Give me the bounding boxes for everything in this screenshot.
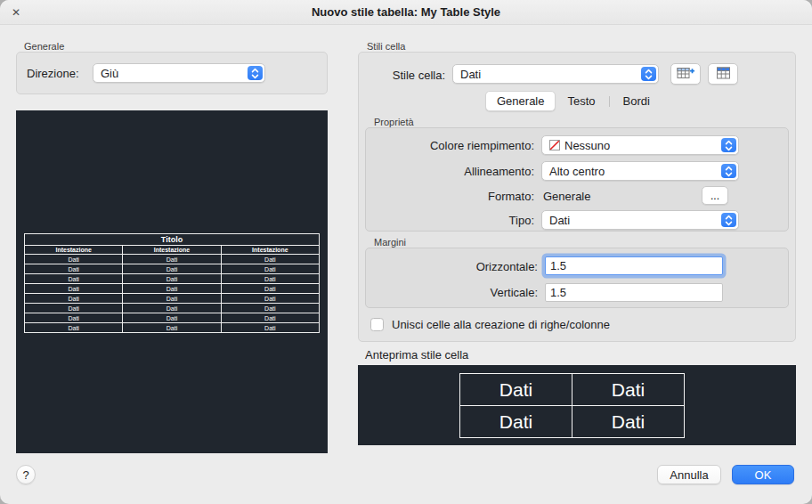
help-button[interactable]: ? <box>16 465 36 484</box>
preview-data-cell: Dati <box>221 323 319 333</box>
preview-data-cell: Dati <box>123 264 221 274</box>
table-style-preview-table: Titolo Intestazione Intestazione Intesta… <box>24 233 320 333</box>
cell-style-label: Stile cella: <box>358 69 445 82</box>
none-color-swatch-icon <box>549 140 560 150</box>
cell-style-value: Dati <box>460 68 481 81</box>
preview-data-cell: Dati <box>123 284 221 294</box>
preview-data-cell: Dati <box>221 284 319 294</box>
preview-data-cell: Dati <box>25 284 123 294</box>
chevron-up-down-icon <box>721 138 736 152</box>
tab-divider <box>609 96 610 107</box>
direction-value: Giù <box>101 67 118 80</box>
alignment-select[interactable]: Alto centro <box>541 161 739 181</box>
fill-color-label: Colore riempimento: <box>365 139 534 152</box>
preview-data-cell: Dati <box>25 304 123 313</box>
margins-group-label: Margini <box>374 237 406 248</box>
cell-styles-group-label: Stili cella <box>367 41 405 52</box>
preview-data-cell: Dati <box>25 313 123 323</box>
vertical-input[interactable] <box>545 283 723 302</box>
cell-style-preview-table: Dati Dati Dati Dati <box>459 373 685 438</box>
table-grid-icon <box>714 66 733 83</box>
type-label: Tipo: <box>365 214 534 227</box>
preview-data-cell: Dati <box>221 274 319 284</box>
preview-data-cell: Dati <box>25 294 123 304</box>
preview-data-cell: Dati <box>123 274 221 284</box>
merge-cells-checkbox[interactable] <box>370 318 384 331</box>
horizontal-label: Orizzontale: <box>365 260 538 273</box>
format-label: Formato: <box>365 190 534 203</box>
cell-style-select[interactable]: Dati <box>452 64 659 84</box>
preview-data-cell: Dati <box>221 255 319 264</box>
table-style-preview: Titolo Intestazione Intestazione Intesta… <box>16 110 328 453</box>
preview-data-cell: Dati <box>221 304 319 313</box>
type-select[interactable]: Dati <box>541 210 739 230</box>
preview-data-cell: Dati <box>123 323 221 333</box>
table-style-dialog: ✕ Nuovo stile tabella: My Table Style Ge… <box>0 0 812 504</box>
cell-style-preview: Dati Dati Dati Dati <box>358 365 796 445</box>
preview-header-cell: Intestazione <box>25 246 123 255</box>
tab-bordi[interactable]: Bordi <box>612 91 662 111</box>
fill-color-value: Nessuno <box>564 139 610 152</box>
preview-data-cell: Dati <box>221 294 319 304</box>
preview-data-cell: Dati <box>123 313 221 323</box>
window-title: Nuovo stile tabella: My Table Style <box>312 5 500 19</box>
cell-style-tabs: Generale Testo Bordi <box>485 91 662 111</box>
alignment-value: Alto centro <box>549 165 605 178</box>
vertical-label: Verticale: <box>365 286 538 299</box>
fill-color-select[interactable]: Nessuno <box>541 135 739 155</box>
direction-select[interactable]: Giù <box>93 63 265 83</box>
preview-data-cell: Dati <box>123 255 221 264</box>
type-value: Dati <box>549 214 570 227</box>
manage-cell-styles-button[interactable] <box>708 63 738 85</box>
format-value: Generale <box>543 190 590 203</box>
chevron-up-down-icon <box>248 66 263 80</box>
preview-cell: Dati <box>572 406 685 438</box>
tab-generale[interactable]: Generale <box>485 91 556 111</box>
alignment-label: Allineamento: <box>365 165 534 178</box>
format-more-button[interactable]: ... <box>702 186 728 205</box>
preview-data-cell: Dati <box>221 313 319 323</box>
table-plus-icon <box>677 66 695 83</box>
preview-cell: Dati <box>460 406 572 438</box>
cancel-button[interactable]: Annulla <box>657 465 721 484</box>
preview-header-cell: Intestazione <box>221 246 319 255</box>
new-cell-style-button[interactable] <box>670 63 701 85</box>
preview-title-cell: Titolo <box>25 234 320 246</box>
preview-data-cell: Dati <box>123 304 221 313</box>
close-button[interactable]: ✕ <box>9 5 23 20</box>
ok-button[interactable]: OK <box>732 465 794 484</box>
chevron-up-down-icon <box>721 213 736 227</box>
cell-preview-label: Anteprima stile cella <box>365 348 468 362</box>
properties-group-label: Proprietà <box>374 117 414 127</box>
preview-cell: Dati <box>460 374 572 406</box>
preview-header-cell: Intestazione <box>123 246 221 255</box>
close-icon: ✕ <box>12 6 20 19</box>
horizontal-input[interactable] <box>545 256 723 275</box>
preview-data-cell: Dati <box>25 255 123 264</box>
chevron-up-down-icon <box>721 164 736 178</box>
preview-data-cell: Dati <box>25 274 123 284</box>
preview-cell: Dati <box>572 374 685 406</box>
tab-testo[interactable]: Testo <box>556 91 606 111</box>
chevron-up-down-icon <box>641 67 656 81</box>
preview-data-cell: Dati <box>25 323 123 333</box>
preview-data-cell: Dati <box>25 264 123 274</box>
titlebar: ✕ Nuovo stile tabella: My Table Style <box>0 0 812 25</box>
merge-cells-label: Unisci celle alla creazione di righe/col… <box>392 318 610 331</box>
preview-data-cell: Dati <box>123 294 221 304</box>
direction-label: Direzione: <box>27 67 85 80</box>
preview-data-cell: Dati <box>221 264 319 274</box>
general-group-label: Generale <box>24 41 64 52</box>
